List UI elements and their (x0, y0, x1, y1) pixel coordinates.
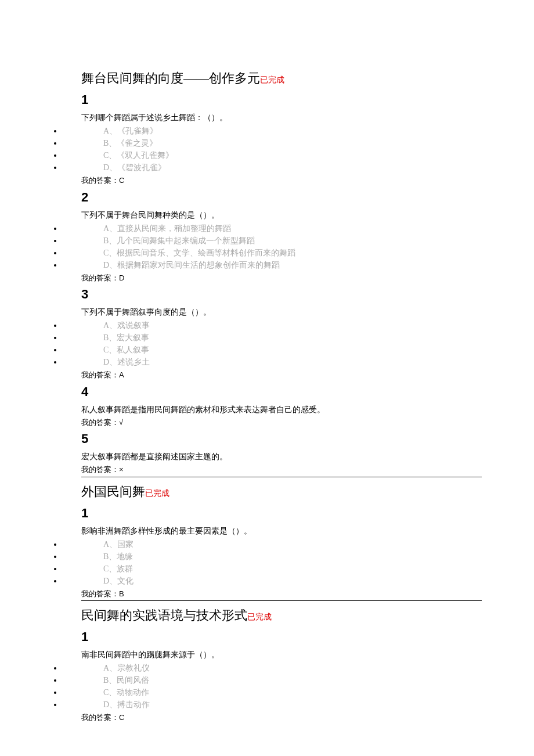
answer-value: C (119, 713, 124, 722)
option-text: D、根据舞蹈家对民间生活的想象创作而来的舞蹈 (103, 259, 280, 271)
option-item: D、述说乡土 (63, 356, 482, 368)
option-item: B、地缘 (63, 550, 482, 563)
option-list: A、戏说叙事B、宏大叙事C、私人叙事D、述说乡土 (52, 319, 482, 368)
answer-label: 我的答案： (81, 713, 119, 722)
section-title-text: 外国民间舞 (81, 484, 145, 499)
question-number: 3 (81, 285, 482, 304)
option-item: D、搏击动作 (63, 699, 482, 711)
section-status: 已完成 (247, 613, 272, 621)
answer-value: × (119, 465, 124, 474)
option-item: A、《孔雀舞》 (63, 125, 482, 137)
section-status: 已完成 (145, 489, 169, 498)
option-item: C、动物动作 (63, 686, 482, 699)
question-text: 宏大叙事舞蹈都是直接阐述国家主题的。 (81, 451, 482, 463)
option-text: D、述说乡土 (103, 356, 150, 368)
option-item: D、《碧波孔雀》 (63, 161, 482, 174)
answer-line: 我的答案：A (81, 369, 482, 381)
option-item: C、根据民间音乐、文学、绘画等材料创作而来的舞蹈 (63, 247, 482, 259)
option-text: C、族群 (103, 563, 133, 575)
section-title-text: 民间舞的实践语境与技术形式 (81, 608, 247, 622)
question-number: 2 (81, 188, 482, 207)
question-number: 1 (81, 627, 482, 646)
answer-line: 我的答案：C (81, 175, 482, 186)
question-number: 5 (81, 429, 482, 448)
answer-label: 我的答案： (81, 418, 119, 427)
option-text: A、戏说叙事 (103, 319, 150, 332)
option-text: C、动物动作 (103, 686, 149, 699)
option-list: A、国家B、地缘C、族群D、文化 (52, 538, 482, 587)
option-item: A、宗教礼仪 (63, 662, 482, 674)
section-title-text: 舞台民间舞的向度——创作多元 (81, 71, 260, 85)
document-root: 舞台民间舞的向度——创作多元已完成1下列哪个舞蹈属于述说乡土舞蹈：（）。A、《孔… (52, 69, 482, 723)
answer-line: 我的答案：√ (81, 417, 482, 429)
question-text: 下列哪个舞蹈属于述说乡土舞蹈：（）。 (81, 111, 482, 124)
answer-label: 我的答案： (81, 589, 119, 598)
section-title: 外国民间舞已完成 (81, 482, 482, 501)
answer-line: 我的答案：D (81, 272, 482, 284)
option-text: C、私人叙事 (103, 344, 149, 356)
answer-line: 我的答案：× (81, 464, 482, 476)
option-list: A、《孔雀舞》B、《雀之灵》C、《双人孔雀舞》D、《碧波孔雀》 (52, 125, 482, 174)
answer-value: C (119, 176, 124, 185)
option-text: D、文化 (103, 575, 134, 587)
option-item: B、几个民间舞集中起来编成一个新型舞蹈 (63, 235, 482, 247)
section-divider (81, 477, 482, 477)
option-text: B、几个民间舞集中起来编成一个新型舞蹈 (103, 235, 255, 247)
question-text: 下列不属于舞台民间舞种类的是（）。 (81, 209, 482, 221)
answer-value: D (119, 273, 124, 282)
answer-label: 我的答案： (81, 465, 119, 474)
option-list: A、宗教礼仪B、民间风俗C、动物动作D、搏击动作 (52, 662, 482, 711)
option-item: B、《雀之灵》 (63, 137, 482, 149)
answer-label: 我的答案： (81, 370, 119, 379)
option-text: A、直接从民间来，稍加整理的舞蹈 (103, 222, 231, 235)
answer-line: 我的答案：C (81, 712, 482, 723)
option-text: A、《孔雀舞》 (103, 125, 158, 137)
option-item: A、直接从民间来，稍加整理的舞蹈 (63, 222, 482, 235)
option-text: C、《双人孔雀舞》 (103, 149, 174, 161)
option-item: C、私人叙事 (63, 344, 482, 356)
option-text: B、民间风俗 (103, 674, 149, 686)
option-text: C、根据民间音乐、文学、绘画等材料创作而来的舞蹈 (103, 247, 295, 259)
question-text: 影响非洲舞蹈多样性形成的最主要因素是（）。 (81, 525, 482, 537)
option-list: A、直接从民间来，稍加整理的舞蹈B、几个民间舞集中起来编成一个新型舞蹈C、根据民… (52, 222, 482, 271)
section-title: 民间舞的实践语境与技术形式已完成 (81, 606, 482, 625)
answer-line: 我的答案：B (81, 588, 482, 600)
answer-value: B (119, 589, 124, 598)
option-text: B、地缘 (103, 550, 133, 563)
option-text: B、《雀之灵》 (103, 137, 157, 149)
section-divider (81, 600, 482, 601)
option-text: D、搏击动作 (103, 699, 150, 711)
section-title: 舞台民间舞的向度——创作多元已完成 (81, 69, 482, 88)
option-text: A、宗教礼仪 (103, 662, 150, 674)
option-item: B、宏大叙事 (63, 332, 482, 344)
question-text: 私人叙事舞蹈是指用民间舞蹈的素材和形式来表达舞者自己的感受。 (81, 404, 482, 416)
section-status: 已完成 (260, 75, 284, 84)
option-item: B、民间风俗 (63, 674, 482, 686)
answer-value: √ (119, 418, 123, 427)
answer-value: A (119, 370, 124, 379)
option-item: D、文化 (63, 575, 482, 587)
option-item: C、《双人孔雀舞》 (63, 149, 482, 161)
answer-label: 我的答案： (81, 273, 119, 282)
option-item: C、族群 (63, 563, 482, 575)
question-number: 4 (81, 382, 482, 401)
question-text: 下列不属于舞蹈叙事向度的是（）。 (81, 306, 482, 318)
option-item: A、戏说叙事 (63, 319, 482, 332)
question-number: 1 (81, 503, 482, 523)
question-number: 1 (81, 90, 482, 109)
answer-label: 我的答案： (81, 176, 119, 185)
option-text: D、《碧波孔雀》 (103, 161, 166, 174)
option-item: D、根据舞蹈家对民间生活的想象创作而来的舞蹈 (63, 259, 482, 271)
question-text: 南非民间舞蹈中的踢腿舞来源于（）。 (81, 649, 482, 661)
option-text: B、宏大叙事 (103, 332, 149, 344)
option-item: A、国家 (63, 538, 482, 550)
option-text: A、国家 (103, 538, 134, 550)
